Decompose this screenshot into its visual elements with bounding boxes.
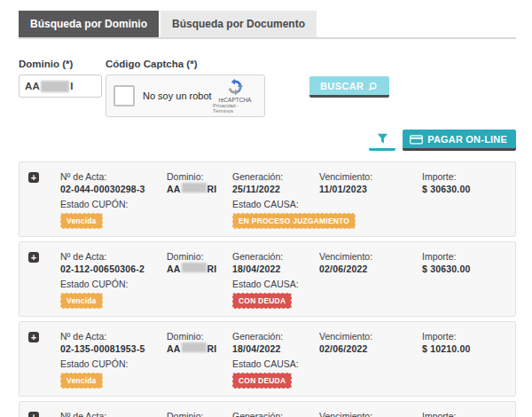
row-dominio-cell: Dominio: AARI	[167, 330, 232, 389]
expand-row-button[interactable]: +	[28, 332, 39, 342]
importe-value: $ 10210.00	[422, 342, 506, 355]
importe-label: Importe:	[422, 330, 506, 342]
dominio-input[interactable]: AAI	[19, 75, 102, 98]
estado-causa-label: Estado CAUSA:	[232, 358, 319, 370]
vencimiento-label: Vencimiento:	[319, 330, 422, 342]
row-generacion-cell: Generación: 18/04/2022 Estado CAUSA: CON…	[232, 330, 319, 389]
dominio-value: AARI	[167, 183, 232, 195]
pagar-online-button[interactable]: PAGAR ON-LINE	[403, 130, 516, 151]
row-dominio-cell: Dominio: AARI	[167, 410, 232, 417]
acta-label: Nº de Acta:	[60, 170, 167, 183]
estado-causa-label: Estado CAUSA:	[232, 198, 319, 210]
dominio-value: AARI	[167, 342, 232, 355]
dominio-label: Dominio:	[167, 170, 232, 183]
importe-value: $ 30630.00	[422, 183, 506, 195]
filter-icon	[377, 133, 388, 145]
vencimiento-label: Vencimiento:	[319, 410, 422, 417]
dominio-label: Dominio:	[167, 250, 232, 263]
row-dominio-cell: Dominio: AARI	[167, 170, 232, 229]
row-expand-cell: +	[28, 250, 60, 309]
acta-label: Nº de Acta:	[60, 410, 167, 417]
vencimiento-value: 02/06/2022	[319, 263, 422, 275]
results-list: + Nº de Acta: 02-044-00030298-3 Estado C…	[19, 161, 516, 417]
credit-card-icon	[410, 134, 423, 145]
dominio-redacted	[41, 81, 69, 92]
recaptcha-checkbox[interactable]	[113, 85, 135, 106]
recaptcha-widget: No soy un robot reCAPTCHA Privacidad - T…	[106, 75, 265, 117]
row-expand-cell: +	[28, 170, 60, 229]
estado-causa-label: Estado CAUSA:	[232, 278, 319, 290]
captcha-label: Código Captcha (*)	[106, 59, 265, 69]
dominio-value: AARI	[167, 263, 232, 275]
importe-label: Importe:	[422, 250, 506, 263]
dominio-redacted	[182, 342, 207, 352]
row-acta-cell: Nº de Acta: 02-135-00081953-5 Estado CUP…	[60, 330, 167, 389]
row-importe-cell: Importe: $ 30630.00	[422, 170, 506, 229]
estado-cupon-label: Estado CUPÓN:	[60, 278, 167, 290]
recaptcha-text: No soy un robot	[143, 90, 213, 101]
generacion-label: Generación:	[232, 170, 319, 183]
expand-row-button[interactable]: +	[28, 252, 39, 263]
row-importe-cell: Importe: $ 10210.00	[422, 330, 506, 389]
result-row: + Nº de Acta: 02-044-00030298-3 Estado C…	[19, 161, 516, 237]
acta-label: Nº de Acta:	[60, 250, 167, 263]
tab-busqueda-documento[interactable]: Búsqueda por Documento	[160, 11, 317, 37]
generacion-value: 18/04/2022	[232, 263, 319, 275]
vencimiento-label: Vencimiento:	[319, 250, 422, 263]
page: Búsqueda por Dominio Búsqueda por Docume…	[0, 0, 532, 417]
dominio-label: Dominio:	[167, 330, 232, 342]
row-generacion-cell: Generación: 18/04/2022 Estado CAUSA: CON…	[232, 250, 319, 309]
buscar-button[interactable]: BUSCAR	[309, 76, 389, 98]
row-dominio-cell: Dominio: AARI	[167, 250, 232, 309]
row-vencimiento-cell: Vencimiento: 02/06/2022	[319, 250, 422, 309]
recaptcha-privacy-terms[interactable]: Privacidad - Términos	[213, 103, 257, 114]
generacion-label: Generación:	[232, 330, 319, 342]
estado-causa-badge: CON DEUDA	[232, 293, 292, 309]
acta-value: 02-135-00081953-5	[60, 342, 167, 355]
row-importe-cell: Importe: $ 30630.00	[422, 250, 506, 309]
row-acta-cell: Nº de Acta: 02-112-00650306-2 Estado CUP…	[60, 250, 167, 309]
importe-label: Importe:	[422, 170, 506, 183]
tab-bar: Búsqueda por Dominio Búsqueda por Docume…	[19, 11, 516, 39]
estado-causa-badge: CON DEUDA	[232, 373, 292, 389]
row-expand-cell: +	[28, 410, 60, 417]
vencimiento-value: 11/01/2023	[319, 183, 422, 195]
vencimiento-label: Vencimiento:	[319, 170, 422, 183]
dominio-redacted	[182, 183, 207, 193]
expand-row-button[interactable]: +	[28, 172, 39, 183]
tab-busqueda-dominio[interactable]: Búsqueda por Dominio	[19, 11, 159, 37]
row-expand-cell: +	[28, 330, 60, 389]
row-generacion-cell: Generación: 18/04/2022 Estado CAUSA: CON…	[232, 410, 319, 417]
estado-cupon-badge: Vencida	[60, 293, 103, 309]
acta-label: Nº de Acta:	[60, 330, 167, 342]
acta-value: 02-112-00650306-2	[60, 263, 167, 275]
estado-cupon-label: Estado CUPÓN:	[60, 198, 167, 210]
dominio-label: Dominio (*)	[19, 59, 106, 69]
recaptcha-logo: reCAPTCHA Privacidad - Términos	[213, 78, 257, 114]
dominio-value-suffix: I	[70, 81, 74, 91]
importe-value: $ 30630.00	[422, 263, 506, 275]
results-action-bar: PAGAR ON-LINE	[19, 130, 516, 151]
generacion-label: Generación:	[232, 410, 319, 417]
filter-button[interactable]	[369, 130, 395, 151]
importe-label: Importe:	[422, 410, 506, 417]
estado-cupon-badge: Vencida	[60, 373, 103, 389]
row-vencimiento-cell: Vencimiento: 02/06/2022	[319, 330, 422, 389]
row-acta-cell: Nº de Acta: 02-044-00030298-3 Estado CUP…	[60, 170, 167, 229]
acta-value: 02-044-00030298-3	[60, 183, 167, 195]
row-acta-cell: Nº de Acta: 02-051-00398065-8 Estado CUP…	[60, 410, 167, 417]
expand-row-button[interactable]: +	[28, 412, 39, 417]
generacion-label: Generación:	[232, 250, 319, 263]
result-row: + Nº de Acta: 02-051-00398065-8 Estado C…	[19, 401, 516, 417]
dominio-label: Dominio:	[167, 410, 232, 417]
search-icon	[369, 82, 379, 91]
row-vencimiento-cell: Vencimiento: 11/01/2023	[319, 170, 422, 229]
result-row: + Nº de Acta: 02-135-00081953-5 Estado C…	[19, 321, 516, 397]
result-row: + Nº de Acta: 02-112-00650306-2 Estado C…	[19, 241, 516, 317]
vencimiento-value: 02/06/2022	[319, 342, 422, 355]
pagar-online-label: PAGAR ON-LINE	[427, 134, 507, 145]
row-importe-cell: Importe: $ 30630.00	[422, 410, 506, 417]
dominio-value-prefix: AA	[25, 81, 40, 91]
estado-cupon-label: Estado CUPÓN:	[60, 358, 167, 370]
dominio-redacted	[182, 263, 207, 272]
